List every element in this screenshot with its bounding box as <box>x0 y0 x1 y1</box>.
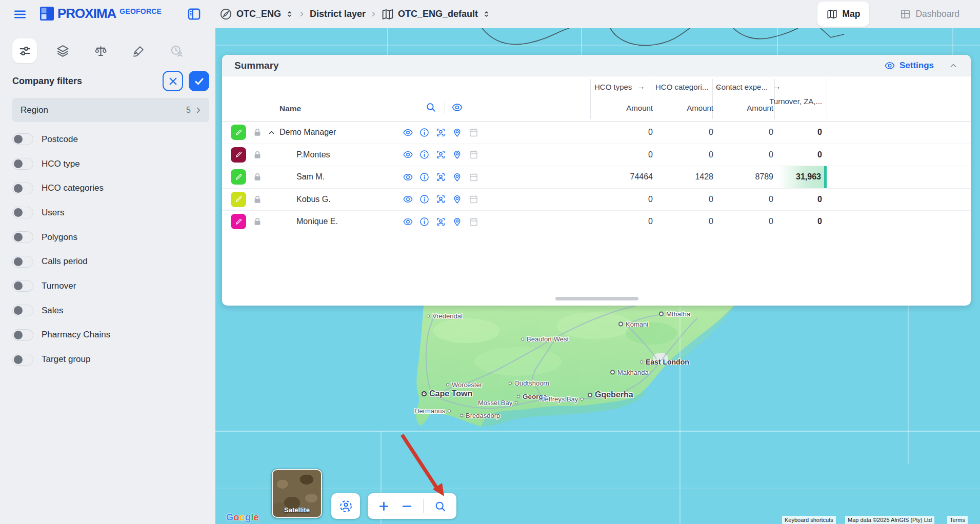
edit-color-button[interactable] <box>231 192 246 207</box>
search-icon[interactable] <box>425 102 436 113</box>
map-icon <box>827 9 837 19</box>
calendar-button[interactable] <box>468 216 479 227</box>
highlighter-icon <box>132 44 146 58</box>
info-button[interactable] <box>419 149 430 160</box>
project-sort-icon[interactable] <box>285 10 294 18</box>
layer-map-icon <box>382 8 394 21</box>
summary-row[interactable]: Kobus G. 0 0 0 0 <box>222 189 971 211</box>
edit-color-button[interactable] <box>231 125 246 140</box>
column-turnover[interactable]: Turnover, ZA,... <box>769 97 822 106</box>
info-button[interactable] <box>419 172 430 183</box>
polygons-toggle[interactable] <box>12 231 33 243</box>
focus-user-button[interactable] <box>435 149 446 160</box>
horizontal-scrollbar[interactable] <box>555 297 638 300</box>
settings-button[interactable]: Settings <box>884 60 934 71</box>
zoom-to-search-button[interactable] <box>434 500 447 513</box>
summary-row[interactable]: Monique E. 0 0 0 0 <box>222 211 971 233</box>
calls-period-toggle[interactable] <box>12 256 33 268</box>
menu-icon[interactable] <box>13 8 27 21</box>
show-on-map-button[interactable] <box>403 216 413 227</box>
locate-pin-button[interactable] <box>452 172 463 183</box>
focus-user-button[interactable] <box>435 127 446 138</box>
map-label-city: East London <box>640 358 689 366</box>
panel-toggle-icon[interactable] <box>187 7 201 21</box>
info-button[interactable] <box>419 194 430 205</box>
region-filter-row[interactable]: Region 5 <box>12 98 209 122</box>
focus-user-button[interactable] <box>435 216 446 227</box>
apply-filters-button[interactable] <box>189 71 209 91</box>
forward-arrow-icon[interactable]: → <box>637 82 645 91</box>
summary-row[interactable]: Demo Manager 0 0 0 0 <box>222 122 971 144</box>
locate-pin-button[interactable] <box>452 127 463 138</box>
locate-pin-button[interactable] <box>452 149 463 160</box>
show-on-map-button[interactable] <box>403 127 413 138</box>
zoom-in-button[interactable] <box>377 500 390 513</box>
pharmacy-chains-toggle[interactable] <box>12 329 33 341</box>
breadcrumb-section[interactable]: District layer <box>310 9 366 19</box>
edit-color-button[interactable] <box>231 214 246 229</box>
locate-pin-button[interactable] <box>452 194 463 205</box>
postcode-toggle[interactable] <box>12 133 33 145</box>
show-on-map-button[interactable] <box>403 172 413 183</box>
locate-pin-button[interactable] <box>452 216 463 227</box>
calendar-button[interactable] <box>468 172 479 183</box>
lock-icon <box>252 171 263 183</box>
row-actions <box>403 122 479 144</box>
breadcrumb-project[interactable]: OTC_ENG <box>236 9 281 19</box>
column-group-hco-types[interactable]: HCO types→ <box>594 82 645 91</box>
map-view-button[interactable]: Map <box>817 2 869 27</box>
focus-user-icon <box>435 216 446 227</box>
target-group-toggle[interactable] <box>12 354 33 366</box>
hco-type-toggle[interactable] <box>12 158 33 170</box>
forward-arrow-icon[interactable]: → <box>773 82 781 91</box>
sales-toggle[interactable] <box>12 305 33 316</box>
summary-row[interactable]: P.Montes 0 0 0 0 <box>222 144 971 167</box>
highlighter-tool-button[interactable] <box>126 38 151 63</box>
row-actions <box>403 144 479 166</box>
info-button[interactable] <box>419 216 430 227</box>
visibility-icon[interactable] <box>451 102 463 113</box>
summary-row[interactable]: Sam M. 74464 1428 8789 31,963 <box>222 166 971 189</box>
balance-tool-button[interactable] <box>88 38 113 63</box>
clear-filters-button[interactable] <box>163 71 183 91</box>
breadcrumb-layer[interactable]: OTC_ENG_default <box>398 9 478 19</box>
column-group-contact-expenses[interactable]: Contact expe...→ <box>716 82 781 91</box>
toggle-knob <box>14 257 23 266</box>
amount-cell: 0 <box>590 122 653 144</box>
column-group-hco-categories[interactable]: HCO categori...→ <box>655 82 722 91</box>
users-toggle[interactable] <box>12 207 33 218</box>
row-name: Sam M. <box>296 172 325 182</box>
turnover-toggle[interactable] <box>12 280 33 292</box>
zoom-out-button[interactable] <box>401 500 413 513</box>
show-on-map-button[interactable] <box>403 194 413 205</box>
keyboard-shortcuts-link[interactable]: Keyboard shortcuts <box>782 516 836 524</box>
dashboard-view-button[interactable]: Dashboard <box>891 2 969 27</box>
show-on-map-button[interactable] <box>403 149 413 160</box>
calendar-button[interactable] <box>468 149 479 160</box>
focus-user-button[interactable] <box>435 172 446 183</box>
layers-tool-button[interactable] <box>50 38 75 63</box>
compass-icon <box>219 8 232 21</box>
terms-link[interactable]: Terms <box>947 516 968 524</box>
collapse-panel-button[interactable] <box>948 61 958 71</box>
turnover-cell: 0 <box>775 211 822 233</box>
edit-color-button[interactable] <box>231 147 246 163</box>
row-actions <box>403 189 479 211</box>
focus-user-button[interactable] <box>435 194 446 205</box>
calendar-button[interactable] <box>468 194 479 205</box>
filters-tool-button[interactable] <box>12 38 37 63</box>
info-button[interactable] <box>419 127 430 138</box>
satellite-layer-toggle[interactable]: Satellite <box>272 469 322 518</box>
minus-icon <box>401 500 413 513</box>
edit-color-button[interactable] <box>231 169 246 185</box>
collapse-row-icon[interactable] <box>267 128 276 137</box>
plus-icon <box>377 500 390 513</box>
calendar-button[interactable] <box>468 127 479 138</box>
history-tool-button[interactable] <box>164 38 189 63</box>
town-marker-icon <box>448 409 451 412</box>
layer-sort-icon[interactable] <box>482 10 491 18</box>
locate-me-button[interactable] <box>331 493 360 519</box>
amount-cell: 0 <box>590 144 653 166</box>
map-label-town: Makhanda <box>610 369 649 376</box>
hco-categories-toggle[interactable] <box>12 183 33 194</box>
